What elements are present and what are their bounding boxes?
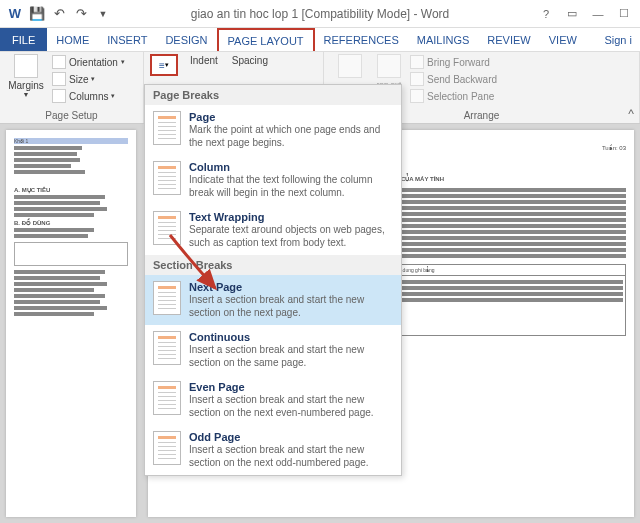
page-setup-label: Page Setup <box>6 108 137 123</box>
spacing-label: Spacing <box>230 54 270 67</box>
dd-header-page-breaks: Page Breaks <box>145 85 401 105</box>
save-icon[interactable]: 💾 <box>28 5 46 23</box>
margins-label: Margins <box>8 80 44 91</box>
page-1: Khối 1 A. MỤC TIÊU B. ĐỒ DÙNG <box>6 130 136 517</box>
dd-item-continuous[interactable]: ContinuousInsert a section break and sta… <box>145 325 401 375</box>
send-backward-button[interactable]: Send Backward <box>408 71 499 87</box>
doc-box <box>14 242 128 266</box>
ribbon-tabs: FILE HOME INSERT DESIGN PAGE LAYOUT REFE… <box>0 28 640 52</box>
margins-icon <box>14 54 38 78</box>
bring-forward-button[interactable]: Bring Forward <box>408 54 499 70</box>
odd-page-break-icon <box>153 431 181 465</box>
doc-highlight: Khối 1 <box>14 138 128 144</box>
help-icon[interactable]: ? <box>534 4 558 24</box>
tab-view[interactable]: VIEW <box>540 28 586 51</box>
indent-label: Indent <box>188 54 220 67</box>
size-button[interactable]: Size▾ <box>50 71 127 87</box>
collapse-ribbon-icon[interactable]: ^ <box>628 107 634 121</box>
title-bar: W 💾 ↶ ↷ ▼ giao an tin hoc lop 1 [Compati… <box>0 0 640 28</box>
dd-item-even-page[interactable]: Even PageInsert a section break and star… <box>145 375 401 425</box>
maximize-icon[interactable]: ☐ <box>612 4 636 24</box>
dd-item-page[interactable]: PageMark the point at which one page end… <box>145 105 401 155</box>
size-icon <box>52 72 66 86</box>
tab-page-layout[interactable]: PAGE LAYOUT <box>217 28 315 51</box>
tab-insert[interactable]: INSERT <box>98 28 156 51</box>
send-backward-icon <box>410 72 424 86</box>
qat-dropdown-icon[interactable]: ▼ <box>94 5 112 23</box>
dd-item-odd-page[interactable]: Odd PageInsert a section break and start… <box>145 425 401 475</box>
tab-review[interactable]: REVIEW <box>478 28 539 51</box>
orientation-button[interactable]: Orientation▾ <box>50 54 127 70</box>
position-button[interactable] <box>330 54 370 80</box>
quick-access-toolbar: W 💾 ↶ ↷ ▼ <box>0 5 112 23</box>
next-page-break-icon <box>153 281 181 315</box>
text-wrapping-break-icon <box>153 211 181 245</box>
dd-header-section-breaks: Section Breaks <box>145 255 401 275</box>
tab-file[interactable]: FILE <box>0 28 47 51</box>
columns-button[interactable]: Columns▾ <box>50 88 127 104</box>
tab-home[interactable]: HOME <box>47 28 98 51</box>
redo-icon[interactable]: ↷ <box>72 5 90 23</box>
breaks-dropdown: Page Breaks PageMark the point at which … <box>144 84 402 476</box>
dd-item-text-wrapping[interactable]: Text WrappingSeparate text around object… <box>145 205 401 255</box>
group-page-setup: Margins ▼ Orientation▾ Size▾ Columns▾ Pa… <box>0 52 144 123</box>
even-page-break-icon <box>153 381 181 415</box>
dd-item-column[interactable]: ColumnIndicate that the text following t… <box>145 155 401 205</box>
margins-button[interactable]: Margins ▼ <box>6 54 46 98</box>
selection-pane-icon <box>410 89 424 103</box>
window-title: giao an tin hoc lop 1 [Compatibility Mod… <box>191 7 450 21</box>
position-icon <box>338 54 362 78</box>
wrap-text-icon <box>377 54 401 78</box>
dd-item-next-page[interactable]: Next PageInsert a section break and star… <box>145 275 401 325</box>
selection-pane-button[interactable]: Selection Pane <box>408 88 499 104</box>
bring-forward-icon <box>410 55 424 69</box>
columns-icon <box>52 89 66 103</box>
tab-references[interactable]: REFERENCES <box>315 28 408 51</box>
minimize-icon[interactable]: — <box>586 4 610 24</box>
tab-design[interactable]: DESIGN <box>156 28 216 51</box>
ribbon-options-icon[interactable]: ▭ <box>560 4 584 24</box>
breaks-button[interactable]: ≡▾ <box>150 54 178 76</box>
word-icon: W <box>6 5 24 23</box>
undo-icon[interactable]: ↶ <box>50 5 68 23</box>
sign-in-link[interactable]: Sign i <box>596 28 640 51</box>
tab-mailings[interactable]: MAILINGS <box>408 28 479 51</box>
continuous-break-icon <box>153 331 181 365</box>
page-break-icon <box>153 111 181 145</box>
column-break-icon <box>153 161 181 195</box>
orientation-icon <box>52 55 66 69</box>
chevron-down-icon: ▼ <box>23 91 30 98</box>
